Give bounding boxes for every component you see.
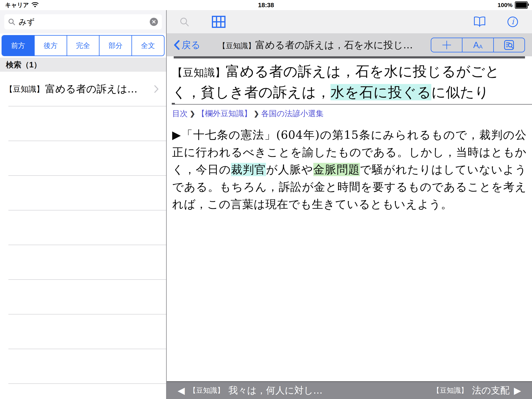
empty-list-row — [0, 245, 166, 280]
breadcrumb-link-toc[interactable]: 目次 — [172, 108, 188, 119]
search-icon — [180, 17, 189, 27]
plus-icon — [442, 40, 451, 50]
font-size-button[interactable]: AA — [462, 38, 493, 52]
next-entry-prefix: 【豆知識】 — [433, 386, 468, 395]
breadcrumb-link-section[interactable]: 【欄外豆知識】 — [197, 108, 252, 119]
index-grid-button[interactable] — [212, 16, 226, 28]
nav-title-prefix: 【豆知識】 — [218, 41, 255, 50]
empty-list-row — [0, 349, 166, 384]
entry-toolbar: i — [167, 10, 532, 33]
search-field[interactable]: ✕ — [4, 14, 162, 29]
search-in-entry-button[interactable] — [180, 17, 189, 27]
tab-exact-match[interactable]: 完全 — [67, 36, 99, 56]
results-section-header: 検索（1） — [0, 58, 166, 72]
prev-entry-prefix: 【豆知識】 — [189, 386, 224, 395]
result-title: 富める者の訴えは… — [45, 82, 138, 96]
status-bar: キャリア 18:38 100% — [0, 0, 532, 10]
svg-text:i: i — [512, 17, 514, 26]
nav-title-text: 富める者の訴えは，石を水に投じ… — [255, 39, 413, 51]
prev-entry-title: 我々は，何人に対し… — [228, 384, 323, 397]
clear-search-icon[interactable]: ✕ — [150, 18, 158, 26]
breadcrumb: 目次 ❯ 【欄外豆知識】 ❯ 各国の法諺小選集 — [172, 108, 526, 119]
next-arrow-icon: ▶ — [514, 386, 521, 395]
dictionary-app: キャリア 18:38 100% ✕ 前方 — [0, 0, 532, 399]
scroll-position-indicator — [174, 56, 525, 58]
search-panel: ✕ 前方 後方 完全 部分 全文 検索（1） 【豆知識】 富める者の訴えは… — [0, 10, 166, 399]
empty-list-row — [0, 315, 166, 349]
chevron-left-icon — [174, 40, 180, 50]
add-bookmark-button[interactable] — [431, 38, 462, 52]
entry-content: 【豆知識】富める者の訴えは，石を水に投じるがごとく，貧しき者の訴えは，水を石に投… — [167, 56, 532, 381]
entry-action-group: AA — [431, 38, 525, 52]
heading-divider — [172, 104, 532, 105]
result-prefix: 【豆知識】 — [5, 84, 44, 95]
breadcrumb-chevron-icon: ❯ — [189, 110, 196, 117]
info-button[interactable]: i — [507, 16, 518, 27]
clock: 18:38 — [0, 1, 532, 9]
entry-panel: i 戻る 【豆知識】富める者の訴えは，石を水に投じ… — [167, 10, 532, 399]
breadcrumb-chevron-icon: ❯ — [253, 110, 260, 117]
empty-list-row — [0, 280, 166, 315]
bookmarks-button[interactable] — [473, 16, 486, 27]
tab-suffix-match[interactable]: 後方 — [34, 36, 67, 56]
search-mode-segmented-control: 前方 後方 完全 部分 全文 — [1, 35, 165, 56]
grid-icon — [212, 16, 226, 28]
document-search-icon — [504, 40, 514, 50]
back-label: 戻る — [182, 39, 200, 51]
next-entry-title: 法の支配 — [472, 384, 510, 397]
prev-entry-button[interactable]: ◀ 【豆知識】 我々は，何人に対し… — [177, 384, 323, 397]
search-icon — [8, 18, 15, 25]
search-in-text-button[interactable] — [493, 38, 524, 52]
next-entry-button[interactable]: 【豆知識】 法の支配 ▶ — [433, 384, 521, 397]
empty-list-row — [0, 210, 166, 245]
search-input[interactable] — [18, 17, 147, 26]
font-size-icon: A — [473, 40, 479, 50]
search-result-row[interactable]: 【豆知識】 富める者の訴えは… — [0, 72, 166, 106]
info-icon: i — [507, 16, 518, 27]
empty-list-row — [0, 176, 166, 210]
breadcrumb-link-subsection[interactable]: 各国の法諺小選集 — [261, 108, 324, 119]
chevron-right-icon — [154, 85, 159, 93]
entry-heading: 【豆知識】富める者の訴えは，石を水に投じるがごとく，貧しき者の訴えは，水を石に投… — [172, 62, 526, 102]
tab-partial-match[interactable]: 部分 — [99, 36, 132, 56]
entry-pager-bar: ◀ 【豆知識】 我々は，何人に対し… 【豆知識】 法の支配 ▶ — [167, 381, 532, 399]
empty-list-row — [0, 106, 166, 141]
battery-percent: 100% — [498, 2, 513, 8]
tab-prefix-match[interactable]: 前方 — [2, 36, 34, 56]
entry-navbar: 戻る 【豆知識】富める者の訴えは，石を水に投じ… AA — [167, 33, 532, 56]
tab-fulltext-match[interactable]: 全文 — [132, 36, 164, 56]
open-book-icon — [473, 16, 486, 27]
battery-icon — [515, 1, 528, 9]
empty-list-row — [0, 141, 166, 176]
search-bar-container: ✕ — [0, 10, 166, 33]
entry-body-text: ▶「十七条の憲法」(604年)の第15条にみられるもので，裁判の公正に行われるべ… — [172, 126, 526, 213]
prev-arrow-icon: ◀ — [177, 386, 185, 395]
back-button[interactable]: 戻る — [174, 39, 200, 51]
entry-nav-title: 【豆知識】富める者の訴えは，石を水に投じ… — [200, 39, 431, 52]
